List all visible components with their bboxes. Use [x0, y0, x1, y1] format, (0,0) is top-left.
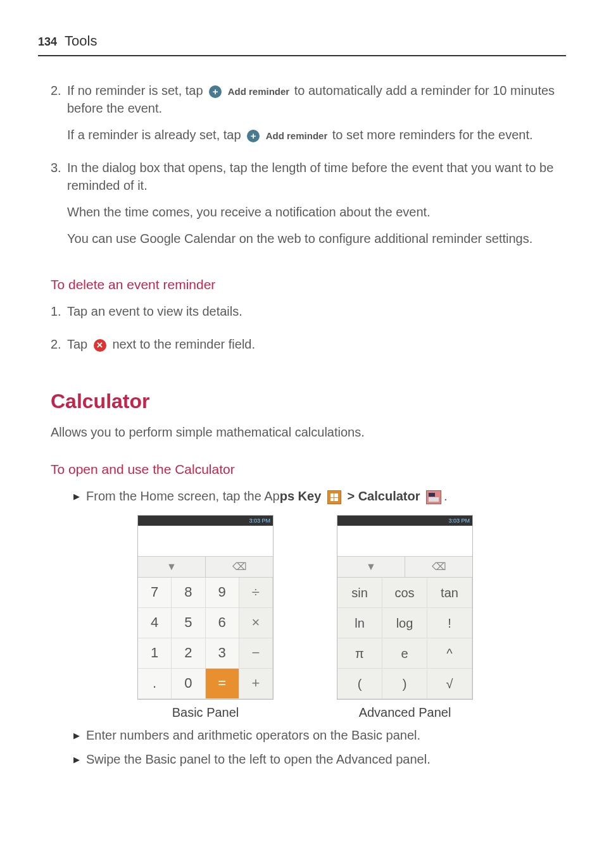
- separator: >: [347, 489, 358, 503]
- calculator-app-icon: [426, 490, 441, 504]
- calc-controls: ▼ ⌫: [138, 556, 273, 578]
- calc-key-×[interactable]: ×: [239, 608, 273, 638]
- bullet-text: From the Home screen, tap the Apps Key >…: [86, 487, 448, 505]
- calc-key-![interactable]: !: [427, 608, 472, 638]
- bullet-text: Enter numbers and arithmetic operators o…: [86, 726, 420, 744]
- close-circle-icon: ✕: [94, 339, 106, 352]
- text: to set more reminders for the event.: [332, 128, 533, 142]
- calc-key-0[interactable]: 0: [172, 669, 205, 699]
- basic-panel-block: 3:03 PM ▼ ⌫ 789÷456×123−.0=+ Basic Panel: [137, 515, 274, 721]
- delete-step-1-text: Tap an event to view its details.: [67, 302, 560, 320]
- calculator-sub-heading: To open and use the Calculator: [51, 460, 560, 478]
- basic-panel-caption: Basic Panel: [137, 704, 274, 721]
- backspace-button[interactable]: ⌫: [405, 557, 472, 577]
- plus-circle-icon: +: [209, 85, 222, 98]
- calc-key-ln[interactable]: ln: [337, 608, 382, 638]
- step-3: 3. In the dialog box that opens, tap the…: [51, 159, 560, 256]
- calculator-heading: Calculator: [51, 387, 560, 416]
- section-title: Tools: [65, 32, 97, 51]
- advanced-panel-caption: Advanced Panel: [337, 704, 473, 721]
- calc-key-^[interactable]: ^: [427, 638, 472, 669]
- delete-reminder-heading: To delete an event reminder: [51, 275, 560, 294]
- calc-key-−[interactable]: −: [239, 638, 273, 669]
- add-reminder-label: Add reminder: [228, 86, 290, 97]
- status-bar: 3:03 PM: [138, 516, 273, 526]
- content-area: 2. If no reminder is set, tap + Add remi…: [38, 82, 566, 769]
- calc-key-+[interactable]: +: [239, 669, 273, 699]
- text: If no reminder is set, tap: [67, 84, 206, 97]
- basic-panel-screenshot: 3:03 PM ▼ ⌫ 789÷456×123−.0=+: [137, 515, 274, 700]
- status-bar: 3:03 PM: [337, 516, 472, 526]
- panels-row: 3:03 PM ▼ ⌫ 789÷456×123−.0=+ Basic Panel…: [51, 515, 560, 721]
- calc-key-log[interactable]: log: [382, 608, 427, 638]
- delete-step-2: 2. Tap ✕ next to the reminder field.: [51, 335, 560, 362]
- text: .: [444, 489, 448, 503]
- advanced-panel-screenshot: 3:03 PM ▼ ⌫ sincostanlnlog!πe^()√: [337, 515, 473, 700]
- page-header: 134 Tools: [38, 32, 566, 56]
- step-2-para-2: If a reminder is already set, tap + Add …: [67, 126, 560, 144]
- calc-key-([interactable]: (: [337, 669, 382, 699]
- calc-key-6[interactable]: 6: [206, 608, 239, 638]
- triangle-bullet-icon: ▶: [73, 754, 80, 766]
- dropdown-button[interactable]: ▼: [337, 557, 405, 577]
- delete-step-2-text: Tap ✕ next to the reminder field.: [67, 335, 560, 353]
- add-reminder-label: Add reminder: [266, 130, 328, 141]
- step-number: 2.: [51, 335, 67, 362]
- text: If a reminder is already set, tap: [67, 128, 244, 142]
- apps-key-label: ps Key: [280, 489, 325, 503]
- step-number: 2.: [51, 82, 67, 152]
- calc-bullet-2: ▶ Enter numbers and arithmetic operators…: [73, 726, 560, 744]
- calc-bullet-3: ▶ Swipe the Basic panel to the left to o…: [73, 750, 560, 768]
- text: next to the reminder field.: [112, 337, 255, 351]
- calc-key-4[interactable]: 4: [138, 608, 172, 638]
- advanced-keypad: sincostanlnlog!πe^()√: [337, 578, 472, 699]
- plus-circle-icon: +: [247, 130, 260, 142]
- calc-key-1[interactable]: 1: [138, 638, 172, 669]
- triangle-bullet-icon: ▶: [73, 491, 80, 502]
- delete-step-1: 1. Tap an event to view its details.: [51, 302, 560, 329]
- calc-key-)[interactable]: ): [382, 669, 427, 699]
- bullet-text: Swipe the Basic panel to the left to ope…: [86, 750, 431, 768]
- calc-controls: ▼ ⌫: [337, 556, 472, 578]
- calc-display: [337, 526, 472, 556]
- calc-key-5[interactable]: 5: [172, 608, 205, 638]
- step-2: 2. If no reminder is set, tap + Add remi…: [51, 82, 560, 152]
- step-3-para-3: You can use Google Calendar on the web t…: [67, 230, 560, 247]
- basic-keypad: 789÷456×123−.0=+: [138, 578, 273, 699]
- calc-key-√[interactable]: √: [427, 669, 472, 699]
- step-2-para-1: If no reminder is set, tap + Add reminde…: [67, 82, 560, 117]
- calc-key-2[interactable]: 2: [172, 638, 205, 669]
- calc-key-8[interactable]: 8: [172, 578, 205, 608]
- calc-key-cos[interactable]: cos: [382, 578, 427, 608]
- step-3-para-2: When the time comes, you receive a notif…: [67, 203, 560, 221]
- calc-key-÷[interactable]: ÷: [239, 578, 273, 608]
- page-number: 134: [38, 34, 57, 50]
- step-3-para-1: In the dialog box that opens, tap the le…: [67, 159, 560, 194]
- calc-display: [138, 526, 273, 556]
- text: Tap: [67, 337, 91, 351]
- triangle-bullet-icon: ▶: [73, 730, 80, 741]
- calc-key-3[interactable]: 3: [206, 638, 239, 669]
- advanced-panel-block: 3:03 PM ▼ ⌫ sincostanlnlog!πe^()√ Advanc…: [337, 515, 473, 721]
- calc-key-.[interactable]: .: [138, 669, 172, 699]
- calc-bullet-1: ▶ From the Home screen, tap the Apps Key…: [73, 487, 560, 505]
- calc-key-e[interactable]: e: [382, 638, 427, 669]
- text: From the Home screen, tap the Ap: [86, 489, 280, 503]
- dropdown-button[interactable]: ▼: [138, 557, 206, 577]
- calc-key-7[interactable]: 7: [138, 578, 172, 608]
- calc-key-π[interactable]: π: [337, 638, 382, 669]
- apps-key-icon: [327, 490, 341, 504]
- calculator-intro: Allows you to perform simple mathematica…: [51, 423, 560, 441]
- backspace-button[interactable]: ⌫: [206, 557, 273, 577]
- calc-key-tan[interactable]: tan: [427, 578, 472, 608]
- calc-key-sin[interactable]: sin: [337, 578, 382, 608]
- calc-key-=[interactable]: =: [206, 669, 239, 699]
- calculator-label: Calculator: [358, 489, 424, 503]
- calc-key-9[interactable]: 9: [206, 578, 239, 608]
- step-number: 3.: [51, 159, 67, 256]
- step-number: 1.: [51, 302, 67, 329]
